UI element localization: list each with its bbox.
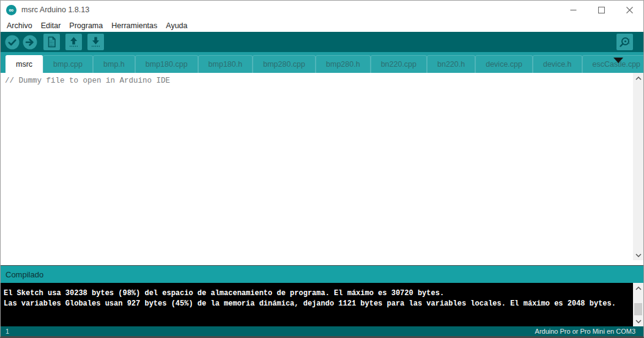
tab[interactable]: device.cpp bbox=[475, 55, 533, 73]
close-icon bbox=[626, 7, 633, 13]
menu-item[interactable]: Herramientas bbox=[107, 20, 161, 31]
minimize-icon bbox=[570, 7, 577, 13]
magnifier-icon bbox=[616, 34, 633, 50]
tab-list-dropdown-icon[interactable] bbox=[613, 58, 623, 63]
scroll-up-icon[interactable] bbox=[633, 283, 643, 293]
status-bar: Compilado bbox=[1, 265, 643, 283]
scroll-down-icon[interactable] bbox=[633, 250, 643, 260]
arrow-down-tray-icon bbox=[87, 34, 104, 50]
window-controls bbox=[559, 1, 643, 19]
title-bar: ∞ msrc Arduino 1.8.13 bbox=[1, 1, 643, 19]
tab[interactable]: bmp280.h bbox=[316, 55, 371, 73]
maximize-icon bbox=[598, 7, 605, 13]
toolbar bbox=[1, 32, 643, 52]
minimize-button[interactable] bbox=[559, 1, 587, 19]
tab[interactable]: bn220.cpp bbox=[371, 55, 427, 73]
arrow-up-tray-icon bbox=[65, 34, 82, 50]
line-number: 1 bbox=[6, 328, 9, 335]
menu-item[interactable]: Programa bbox=[65, 20, 107, 31]
tab[interactable]: device.h bbox=[533, 55, 582, 73]
arduino-logo-icon: ∞ bbox=[6, 5, 17, 15]
tab-bar: msrcbmp.cppbmp.hbmp180.cppbmp180.hbmp280… bbox=[1, 52, 643, 73]
scroll-up-icon[interactable] bbox=[633, 73, 643, 83]
tab[interactable]: bmp.cpp bbox=[43, 55, 93, 73]
window-title: msrc Arduino 1.8.13 bbox=[21, 6, 559, 14]
scroll-down-icon[interactable] bbox=[633, 316, 643, 326]
arduino-ide-window: ∞ msrc Arduino 1.8.13 ArchivoEditarProgr… bbox=[1, 1, 643, 336]
footer-status-bar: 1 Arduino Pro or Pro Mini en COM3 bbox=[1, 326, 643, 336]
menu-bar: ArchivoEditarProgramaHerramientasAyuda bbox=[1, 19, 643, 32]
tab[interactable]: bmp180.h bbox=[198, 55, 253, 73]
save-sketch-button[interactable] bbox=[87, 34, 104, 50]
board-port-info: Arduino Pro or Pro Mini en COM3 bbox=[535, 328, 635, 335]
tab[interactable]: bmp180.cpp bbox=[135, 55, 198, 73]
document-icon bbox=[43, 34, 60, 50]
tab[interactable]: bmp280.cpp bbox=[253, 55, 316, 73]
status-message: Compilado bbox=[6, 270, 43, 279]
console-output[interactable]: El Sketch usa 30238 bytes (98%) del espa… bbox=[1, 283, 643, 326]
tab[interactable]: escCastle.cpp bbox=[582, 55, 643, 73]
verify-button[interactable] bbox=[5, 35, 20, 50]
tab[interactable]: bn220.h bbox=[427, 55, 475, 73]
new-sketch-button[interactable] bbox=[43, 34, 60, 50]
tab[interactable]: msrc bbox=[6, 55, 43, 73]
console-scrollbar[interactable] bbox=[633, 283, 643, 326]
upload-button[interactable] bbox=[23, 35, 37, 50]
menu-item[interactable]: Ayuda bbox=[161, 20, 191, 31]
arrow-right-circle-icon bbox=[23, 35, 37, 50]
check-circle-icon bbox=[5, 35, 20, 50]
code-editor[interactable]: // Dummy file to open in Arduino IDE bbox=[1, 73, 643, 265]
scrollbar-thumb[interactable] bbox=[634, 303, 642, 315]
serial-monitor-button[interactable] bbox=[616, 34, 633, 50]
editor-scrollbar[interactable] bbox=[633, 73, 643, 260]
close-button[interactable] bbox=[615, 1, 643, 19]
code-line: // Dummy file to open in Arduino IDE bbox=[1, 73, 643, 85]
menu-item[interactable]: Editar bbox=[37, 20, 65, 31]
maximize-button[interactable] bbox=[587, 1, 615, 19]
tab[interactable]: bmp.h bbox=[93, 55, 135, 73]
console-text: El Sketch usa 30238 bytes (98%) del espa… bbox=[1, 283, 643, 309]
menu-item[interactable]: Archivo bbox=[2, 20, 37, 31]
open-sketch-button[interactable] bbox=[65, 34, 82, 50]
